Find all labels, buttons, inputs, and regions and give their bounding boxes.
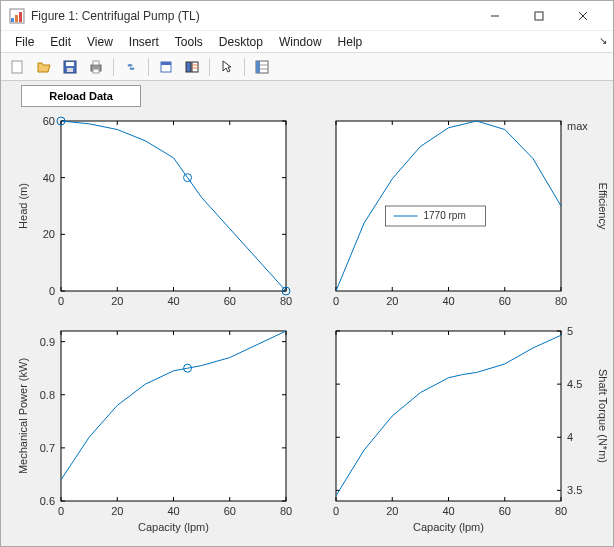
svg-text:60: 60: [499, 505, 511, 517]
svg-text:40: 40: [442, 505, 454, 517]
svg-text:max: max: [567, 120, 588, 132]
svg-text:Capacity (lpm): Capacity (lpm): [413, 521, 484, 533]
toolbar-separator: [209, 58, 210, 76]
open-icon[interactable]: [33, 56, 55, 78]
toolbar: [1, 53, 613, 81]
svg-text:Shaft Torque (N*m): Shaft Torque (N*m): [597, 369, 609, 463]
maximize-button[interactable]: [517, 2, 561, 30]
svg-text:0: 0: [58, 295, 64, 307]
svg-rect-1: [11, 18, 14, 22]
svg-text:40: 40: [43, 172, 55, 184]
svg-text:0.8: 0.8: [40, 389, 55, 401]
svg-text:20: 20: [43, 228, 55, 240]
svg-text:0: 0: [49, 285, 55, 297]
svg-text:80: 80: [555, 505, 567, 517]
toolbar-separator: [148, 58, 149, 76]
axes-head: 0204060800204060Head (m): [17, 115, 292, 307]
toolbar-separator: [244, 58, 245, 76]
menu-insert[interactable]: Insert: [121, 33, 167, 51]
svg-text:80: 80: [280, 295, 292, 307]
svg-rect-3: [19, 12, 22, 22]
svg-rect-14: [93, 69, 99, 73]
svg-rect-22: [256, 61, 260, 73]
menu-help[interactable]: Help: [330, 33, 371, 51]
svg-rect-11: [67, 68, 73, 72]
menu-tools[interactable]: Tools: [167, 33, 211, 51]
svg-text:4: 4: [567, 431, 573, 443]
pointer-icon[interactable]: [216, 56, 238, 78]
svg-text:Capacity (lpm): Capacity (lpm): [138, 521, 209, 533]
svg-rect-17: [186, 62, 191, 72]
menu-view[interactable]: View: [79, 33, 121, 51]
window-title: Figure 1: Centrifugal Pump (TL): [31, 9, 473, 23]
menubar: File Edit View Insert Tools Desktop Wind…: [1, 31, 613, 53]
menu-expand-icon[interactable]: ↘: [599, 35, 607, 46]
axes-power: 0204060800.60.70.80.9Mechanical Power (k…: [17, 331, 292, 533]
property-icon[interactable]: [251, 56, 273, 78]
app-icon: [9, 8, 25, 24]
svg-text:80: 80: [280, 505, 292, 517]
svg-rect-18: [192, 62, 198, 72]
svg-text:Mechanical Power (kW): Mechanical Power (kW): [17, 358, 29, 474]
print-icon[interactable]: [85, 56, 107, 78]
svg-text:40: 40: [442, 295, 454, 307]
svg-rect-109: [336, 331, 561, 501]
svg-text:80: 80: [555, 295, 567, 307]
svg-text:60: 60: [43, 115, 55, 127]
charts-canvas: 0204060800204060Head (m) 020406080maxEff…: [1, 81, 613, 546]
titlebar: Figure 1: Centrifugal Pump (TL): [1, 1, 613, 31]
minimize-button[interactable]: [473, 2, 517, 30]
svg-text:Efficiency: Efficiency: [597, 183, 609, 230]
svg-text:60: 60: [499, 295, 511, 307]
svg-text:0.6: 0.6: [40, 495, 55, 507]
save-icon[interactable]: [59, 56, 81, 78]
menu-edit[interactable]: Edit: [42, 33, 79, 51]
svg-text:Head (m): Head (m): [17, 183, 29, 229]
menu-file[interactable]: File: [7, 33, 42, 51]
svg-text:20: 20: [111, 505, 123, 517]
link-icon[interactable]: [120, 56, 142, 78]
data-cursor-icon[interactable]: [155, 56, 177, 78]
svg-rect-25: [61, 121, 286, 291]
svg-rect-13: [93, 61, 99, 65]
svg-text:0: 0: [58, 505, 64, 517]
svg-rect-2: [15, 15, 18, 22]
menu-desktop[interactable]: Desktop: [211, 33, 271, 51]
svg-text:5: 5: [567, 325, 573, 337]
axes-efficiency: 020406080maxEfficiency1770 rpm: [333, 120, 609, 307]
svg-text:20: 20: [386, 295, 398, 307]
svg-text:60: 60: [224, 505, 236, 517]
colorbar-icon[interactable]: [181, 56, 203, 78]
svg-text:0.7: 0.7: [40, 442, 55, 454]
svg-text:0: 0: [333, 505, 339, 517]
svg-text:1770 rpm: 1770 rpm: [424, 210, 466, 221]
svg-text:40: 40: [167, 295, 179, 307]
close-button[interactable]: [561, 2, 605, 30]
svg-text:0: 0: [333, 295, 339, 307]
svg-text:20: 20: [111, 295, 123, 307]
svg-text:40: 40: [167, 505, 179, 517]
svg-rect-5: [535, 12, 543, 20]
svg-text:20: 20: [386, 505, 398, 517]
new-figure-icon[interactable]: [7, 56, 29, 78]
svg-text:4.5: 4.5: [567, 378, 582, 390]
svg-text:60: 60: [224, 295, 236, 307]
figure-area: Reload Data 0204060800204060Head (m) 020…: [1, 81, 613, 546]
svg-rect-78: [61, 331, 286, 501]
svg-text:0.9: 0.9: [40, 336, 55, 348]
menu-window[interactable]: Window: [271, 33, 330, 51]
svg-rect-10: [66, 62, 74, 66]
toolbar-separator: [113, 58, 114, 76]
svg-text:3.5: 3.5: [567, 484, 582, 496]
axes-torque: 0204060803.544.55Shaft Torque (N*m)Capac…: [333, 325, 609, 533]
svg-rect-16: [161, 62, 171, 65]
